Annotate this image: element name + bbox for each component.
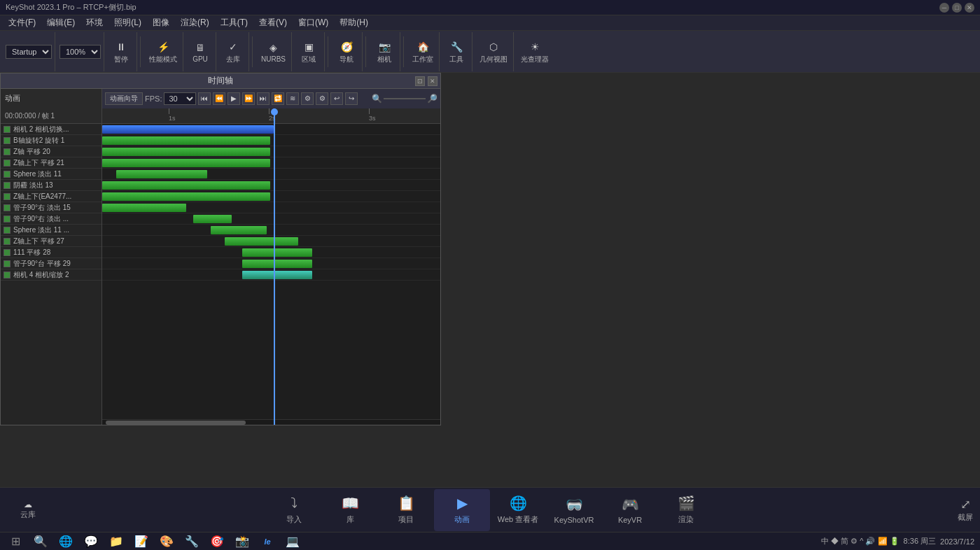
prev-frame-button[interactable]: ⏪ xyxy=(213,92,225,105)
track-checkbox-8[interactable] xyxy=(4,204,10,211)
track-bar-9[interactable] xyxy=(193,215,232,223)
track-checkbox-3[interactable] xyxy=(4,148,10,155)
track-bar-4[interactable] xyxy=(102,159,270,167)
scrollbar-thumb[interactable] xyxy=(106,421,246,425)
track-row-4[interactable]: Z轴上下 平移 21 xyxy=(1,157,102,169)
track-bar-3[interactable] xyxy=(102,148,270,156)
maximize-button[interactable]: □ xyxy=(952,3,962,13)
menu-window[interactable]: 窗口(W) xyxy=(293,15,334,30)
track-checkbox-1[interactable] xyxy=(4,126,10,133)
tab-render[interactable]: 🎬 渲染 xyxy=(658,489,714,531)
track-row-11[interactable]: Z轴上下 平移 27 xyxy=(1,236,102,247)
track-row-1[interactable]: 相机 2 相机切换... xyxy=(1,124,102,135)
tab-animation[interactable]: ▶ 动画 xyxy=(434,489,490,531)
taskbar-app-1[interactable]: 📝 xyxy=(132,532,151,551)
redo-button[interactable]: ↪ xyxy=(345,92,358,105)
track-bar-8[interactable] xyxy=(102,204,186,212)
fps-select[interactable]: 30 24 60 xyxy=(164,92,196,105)
track-row-13[interactable]: 管子90°台 平移 29 xyxy=(1,258,102,269)
search-left-icon[interactable]: 🔍 xyxy=(372,94,382,104)
prev-start-button[interactable]: ⏮ xyxy=(198,92,211,105)
menu-view[interactable]: 查看(V) xyxy=(253,15,293,30)
menu-edit[interactable]: 编辑(E) xyxy=(41,15,80,30)
tab-library[interactable]: 📖 库 xyxy=(322,489,378,531)
taskbar-app-3[interactable]: 🔧 xyxy=(182,532,202,551)
track-row-9[interactable]: 管子90°右 淡出 ... xyxy=(1,213,102,225)
loop-button[interactable]: 🔁 xyxy=(272,92,284,105)
track-bar-11[interactable] xyxy=(225,237,298,246)
tools-button[interactable]: 🔧 工具 xyxy=(444,38,469,66)
tab-project[interactable]: 📋 项目 xyxy=(378,489,434,531)
track-bar-14[interactable] xyxy=(242,271,312,279)
track-checkbox-13[interactable] xyxy=(4,260,10,267)
gpu-button[interactable]: 🖥 GPU xyxy=(188,38,213,64)
track-checkbox-2[interactable] xyxy=(4,137,10,144)
tab-library-left[interactable]: ☁ 云库 xyxy=(7,489,49,531)
track-checkbox-14[interactable] xyxy=(4,272,10,278)
track-row-12[interactable]: 111 平移 28 xyxy=(1,247,102,258)
tab-keyshotvr[interactable]: 🥽 KeyShotVR xyxy=(546,489,602,531)
track-bar-7[interactable] xyxy=(102,192,270,201)
taskbar-app-5[interactable]: 📸 xyxy=(232,532,252,551)
taskbar-app-4[interactable]: 🎯 xyxy=(207,532,227,551)
library-button[interactable]: ✓ 去库 xyxy=(220,38,246,66)
tab-expand[interactable]: ⤢ 截屏 xyxy=(958,497,973,523)
track-row-2[interactable]: B轴旋转2 旋转 1 xyxy=(1,135,102,146)
track-bar-1[interactable] xyxy=(102,125,274,134)
workroom-button[interactable]: 🏠 工作室 xyxy=(410,38,436,66)
taskbar-start-button[interactable]: ⊞ xyxy=(6,532,25,551)
camera-button[interactable]: 📷 相机 xyxy=(372,38,397,66)
menu-file[interactable]: 文件(F) xyxy=(3,15,41,30)
tab-web-viewer[interactable]: 🌐 Web 查看者 xyxy=(490,489,546,531)
zoom-select[interactable]: 100% xyxy=(59,45,101,59)
interpolation-button[interactable]: ≋ xyxy=(286,92,299,105)
taskbar-app-6[interactable]: Ie xyxy=(258,532,277,551)
track-bar-13[interactable] xyxy=(242,260,312,268)
next-frame-button[interactable]: ⏩ xyxy=(242,92,255,105)
track-checkbox-11[interactable] xyxy=(4,238,10,245)
menu-light[interactable]: 照明(L) xyxy=(108,15,147,30)
track-bar-10[interactable] xyxy=(211,226,267,234)
track-checkbox-12[interactable] xyxy=(4,249,10,256)
track-checkbox-9[interactable] xyxy=(4,216,10,223)
taskbar-browser-1[interactable]: 🌐 xyxy=(56,532,76,551)
timeline-restore-button[interactable]: ⊡ xyxy=(415,76,425,86)
timeline-h-scrollbar[interactable] xyxy=(102,419,440,425)
play-button[interactable]: ▶ xyxy=(227,92,240,105)
pause-button[interactable]: ⏸ 暂停 xyxy=(108,38,134,66)
region-button[interactable]: ▣ 区域 xyxy=(296,38,321,66)
track-checkbox-5[interactable] xyxy=(4,171,10,178)
taskbar-app-7[interactable]: 💻 xyxy=(283,532,302,551)
minimize-button[interactable]: ─ xyxy=(939,3,949,13)
taskbar-chat[interactable]: 💬 xyxy=(81,532,101,551)
lightmgr-button[interactable]: ☀ 光查理器 xyxy=(518,38,552,66)
settings-button[interactable]: ⚙ xyxy=(301,92,314,105)
geoview-button[interactable]: ⬡ 几何视图 xyxy=(477,38,510,66)
settings2-button[interactable]: ⚙ xyxy=(316,92,328,105)
track-bar-6[interactable] xyxy=(102,181,270,190)
track-row-7[interactable]: Z轴上下(EA2477... xyxy=(1,191,102,202)
track-row-6[interactable]: 阴霾 淡出 13 xyxy=(1,180,102,191)
track-row-14[interactable]: 相机 4 相机缩放 2 xyxy=(1,269,102,281)
menu-render[interactable]: 渲染(R) xyxy=(175,15,215,30)
track-row-8[interactable]: 管子90°右 淡出 15 xyxy=(1,202,102,213)
undo-button[interactable]: ↩ xyxy=(330,92,343,105)
menu-help[interactable]: 帮助(H) xyxy=(334,15,374,30)
taskbar-search[interactable]: 🔍 xyxy=(31,532,50,551)
track-row-3[interactable]: Z轴 平移 20 xyxy=(1,146,102,157)
track-timeline[interactable]: 1s 2s 3s xyxy=(102,108,440,425)
track-checkbox-7[interactable] xyxy=(4,193,10,200)
timeline-close-button[interactable]: ✕ xyxy=(428,76,438,86)
track-bar-12[interactable] xyxy=(242,248,312,257)
search-right-icon[interactable]: 🔎 xyxy=(427,94,438,104)
menu-env[interactable]: 环境 xyxy=(80,15,108,30)
wizard-button[interactable]: 动画向导 xyxy=(105,92,143,105)
nav-button[interactable]: 🧭 导航 xyxy=(334,38,359,66)
track-bar-2[interactable] xyxy=(102,136,270,145)
track-row-5[interactable]: Sphere 淡出 11 xyxy=(1,169,102,180)
track-row-10[interactable]: Sphere 淡出 11 ... xyxy=(1,225,102,236)
track-bar-5[interactable] xyxy=(116,170,207,178)
track-checkbox-10[interactable] xyxy=(4,227,10,234)
tab-import[interactable]: ⤵ 导入 xyxy=(266,489,322,531)
nurbs-button[interactable]: ◈ NURBS xyxy=(258,38,288,64)
